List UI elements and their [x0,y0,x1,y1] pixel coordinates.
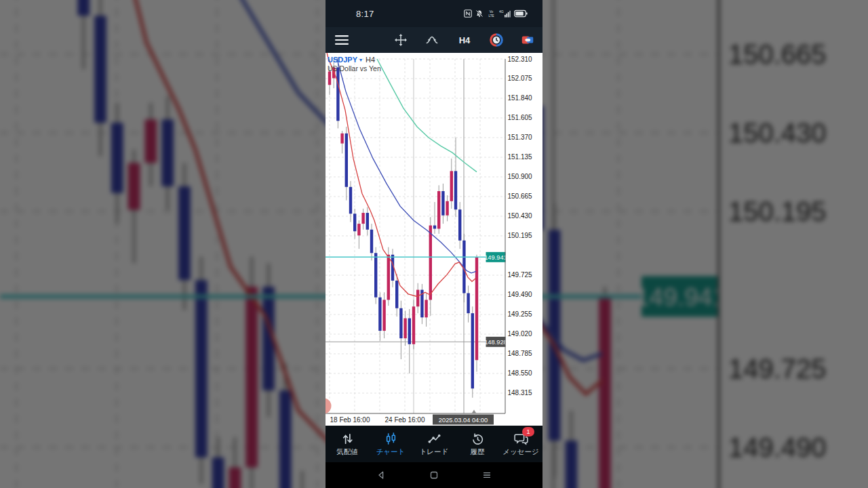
back-triangle-icon [375,469,387,481]
svg-text:US Dollar vs Yen: US Dollar vs Yen [328,64,381,73]
tab-messages[interactable]: メッセージ 1 [499,427,542,461]
tab-history-label: 履歴 [471,447,485,457]
svg-text:148.785: 148.785 [508,350,533,357]
candlestick-chart-svg[interactable]: 152.310152.075151.840151.605151.370151.1… [326,53,542,426]
hamburger-icon [335,35,349,45]
android-back-button[interactable] [372,466,390,484]
price-chart[interactable]: 152.310152.075151.840151.605151.370151.1… [326,53,542,426]
status-bar: 8:17 Vo LTE 4G [326,0,542,27]
tab-quotes-label: 気配値 [336,447,358,457]
history-icon [470,431,486,447]
svg-text:2025.03.04 04:00: 2025.03.04 04:00 [439,417,488,424]
svg-text:150.665: 150.665 [508,192,533,200]
svg-text:149.941: 149.941 [484,254,507,261]
tab-chart[interactable]: チャート [369,427,412,461]
move-crosshair-icon [393,33,408,47]
menu-button[interactable] [331,29,353,51]
svg-text:24 Feb 16:00: 24 Feb 16:00 [385,416,425,424]
svg-text:149.490: 149.490 [508,291,533,298]
battery-icon [514,9,528,18]
phone-screen: 8:17 Vo LTE 4G [326,0,542,488]
svg-text:H4: H4 [366,56,375,64]
tab-trade-label: トレード [420,447,449,457]
svg-text:▾: ▾ [359,57,362,63]
signal-4g-icon: 4G [499,9,511,18]
quotes-icon [340,431,355,447]
svg-text:150.900: 150.900 [508,173,533,180]
svg-text:148.315: 148.315 [508,389,533,396]
home-square-icon [428,469,440,481]
tab-messages-label: メッセージ [502,447,538,457]
buy-sell-panel-icon [520,33,535,47]
volte-icon: Vo LTE [487,9,496,18]
screen: 152.310152.075151.840151.605151.370151.1… [0,0,868,488]
tab-history[interactable]: 履歴 [456,427,499,461]
trading-sessions-button[interactable] [485,28,508,52]
trade-icon [427,431,442,447]
svg-text:4G: 4G [499,9,504,14]
timeframe-button[interactable]: H4 [453,28,476,52]
chart-toolbar: H4 [326,27,542,53]
chart-icon [383,431,399,447]
svg-text:18 Feb 16:00: 18 Feb 16:00 [330,416,370,424]
sessions-clock-icon [489,33,504,47]
crosshair-tool-button[interactable] [389,28,412,52]
svg-text:LTE: LTE [488,14,494,18]
svg-text:149.725: 149.725 [508,271,533,279]
notifications-off-icon [475,9,484,18]
svg-text:151.605: 151.605 [508,114,533,121]
svg-text:152.075: 152.075 [508,75,533,82]
svg-text:151.135: 151.135 [508,153,533,161]
nfc-icon [464,9,472,18]
tab-trade[interactable]: トレード [412,427,456,461]
svg-text:151.370: 151.370 [508,134,533,141]
tab-quotes[interactable]: 気配値 [326,427,369,461]
android-recents-button[interactable] [478,466,496,484]
quick-trade-button[interactable] [516,28,539,52]
messages-badge: 1 [522,427,534,436]
svg-text:152.310: 152.310 [508,56,533,63]
svg-text:150.195: 150.195 [508,232,533,239]
svg-text:148.928: 148.928 [484,339,507,346]
svg-text:151.840: 151.840 [508,94,533,102]
android-navigation-bar [326,462,542,488]
svg-text:149.255: 149.255 [508,310,533,318]
bottom-navigation: 気配値 チャート ト [326,426,542,462]
indicators-button[interactable] [420,28,443,52]
svg-text:149.020: 149.020 [508,330,533,338]
android-home-button[interactable] [425,466,443,484]
svg-text:Vo: Vo [490,10,494,14]
tab-chart-label: チャート [376,447,406,457]
svg-text:150.430: 150.430 [508,212,533,220]
indicator-wave-icon [425,33,439,47]
svg-text:148.550: 148.550 [508,369,533,377]
recents-lines-icon [481,469,493,481]
svg-text:USDJPY: USDJPY [328,56,358,64]
status-icons: Vo LTE 4G [464,0,528,27]
clock-time: 8:17 [356,9,374,19]
